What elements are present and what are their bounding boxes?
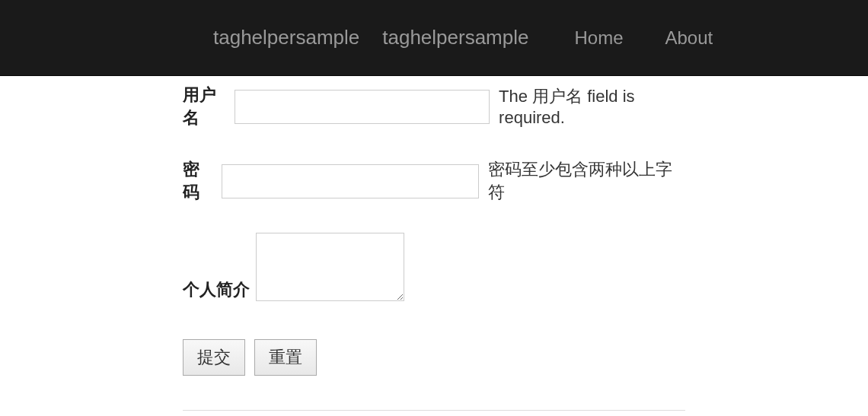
footer-divider (183, 410, 685, 411)
navbar-brand-1[interactable]: taghelpersample (213, 26, 359, 49)
username-label: 用户名 (183, 84, 228, 129)
username-input[interactable] (235, 90, 490, 124)
navbar-brand-2[interactable]: taghelpersample (382, 26, 528, 49)
main-container: 用户名 The 用户名 field is required. 密码 密码至少包含… (0, 76, 868, 416)
navbar-brand-group: taghelpersample taghelpersample (213, 26, 528, 49)
nav-link-about[interactable]: About (665, 27, 713, 49)
form-row-username: 用户名 The 用户名 field is required. (183, 84, 685, 129)
form-row-bio: 个人简介 (183, 233, 685, 301)
username-validation: The 用户名 field is required. (499, 85, 685, 128)
navbar: taghelpersample taghelpersample Home Abo… (0, 0, 868, 76)
submit-button[interactable]: 提交 (183, 339, 245, 376)
bio-label: 个人简介 (183, 278, 250, 301)
form-row-password: 密码 密码至少包含两种以上字符 (183, 158, 685, 204)
navbar-nav: Home About (574, 27, 713, 49)
password-input[interactable] (222, 164, 479, 198)
password-label: 密码 (183, 158, 215, 204)
reset-button[interactable]: 重置 (254, 339, 317, 376)
button-row: 提交 重置 (183, 339, 685, 376)
nav-link-home[interactable]: Home (574, 27, 623, 49)
bio-textarea[interactable] (256, 233, 404, 301)
password-validation: 密码至少包含两种以上字符 (488, 158, 685, 204)
